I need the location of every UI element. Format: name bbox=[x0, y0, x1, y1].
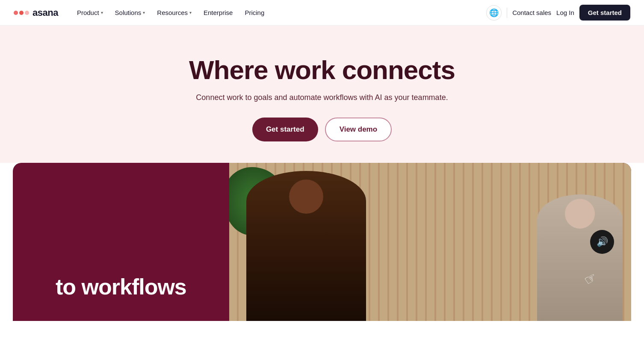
globe-icon[interactable]: 🌐 bbox=[486, 5, 502, 21]
video-overlay-text: to workflows bbox=[56, 274, 186, 300]
logo-icon bbox=[14, 11, 29, 15]
logo-dot-red bbox=[14, 11, 18, 15]
nav-get-started-button[interactable]: Get started bbox=[579, 5, 630, 21]
logo-link[interactable]: asana bbox=[14, 7, 58, 18]
nav-pricing[interactable]: Pricing bbox=[239, 6, 269, 20]
video-scene: ☞ bbox=[229, 163, 631, 321]
chevron-down-icon: ▾ bbox=[189, 10, 192, 15]
video-section: to workflows ☞ 🔊 bbox=[13, 163, 631, 321]
nav-links: Product ▾ Solutions ▾ Resources ▾ Enterp… bbox=[72, 6, 486, 20]
sound-toggle-button[interactable]: 🔊 bbox=[590, 230, 614, 254]
person-right bbox=[537, 194, 623, 321]
logo-dot-pink bbox=[25, 11, 29, 15]
navbar: asana Product ▾ Solutions ▾ Resources ▾ … bbox=[0, 0, 644, 26]
logo-dot-coral bbox=[19, 11, 24, 15]
chevron-down-icon: ▾ bbox=[101, 10, 103, 15]
nav-resources[interactable]: Resources ▾ bbox=[152, 6, 197, 20]
login-link[interactable]: Log In bbox=[556, 9, 574, 16]
hero-title: Where work connects bbox=[17, 56, 627, 85]
hero-view-demo-button[interactable]: View demo bbox=[325, 118, 392, 141]
hero-section: Where work connects Connect work to goal… bbox=[0, 26, 644, 163]
hero-subtitle: Connect work to goals and automate workf… bbox=[17, 93, 627, 102]
hero-buttons: Get started View demo bbox=[17, 118, 627, 141]
hero-get-started-button[interactable]: Get started bbox=[252, 118, 318, 141]
contact-sales-link[interactable]: Contact sales bbox=[512, 9, 551, 16]
nav-right: 🌐 Contact sales Log In Get started bbox=[486, 5, 630, 21]
nav-enterprise[interactable]: Enterprise bbox=[198, 6, 238, 20]
chevron-down-icon: ▾ bbox=[143, 10, 145, 15]
nav-product[interactable]: Product ▾ bbox=[72, 6, 108, 20]
nav-divider bbox=[507, 8, 507, 18]
sound-icon: 🔊 bbox=[597, 236, 608, 247]
person-left bbox=[246, 171, 366, 321]
logo-text: asana bbox=[32, 7, 58, 18]
nav-solutions[interactable]: Solutions ▾ bbox=[110, 6, 151, 20]
